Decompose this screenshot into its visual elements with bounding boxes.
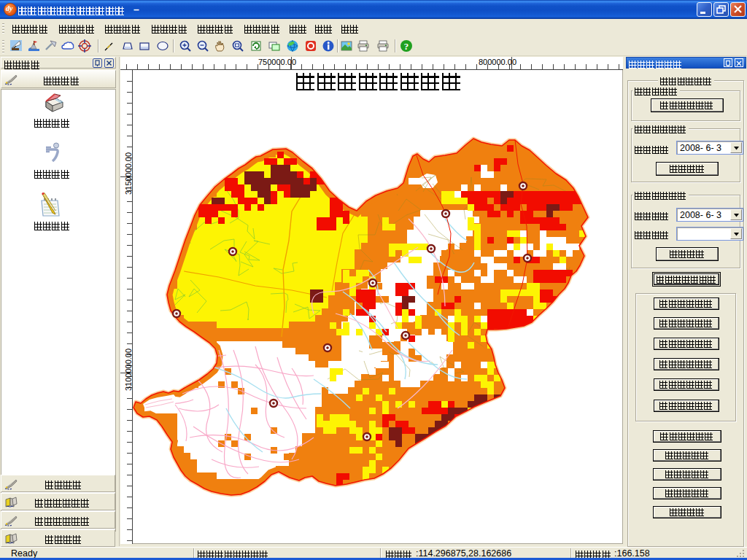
svg-text:?: ? [404,41,409,52]
